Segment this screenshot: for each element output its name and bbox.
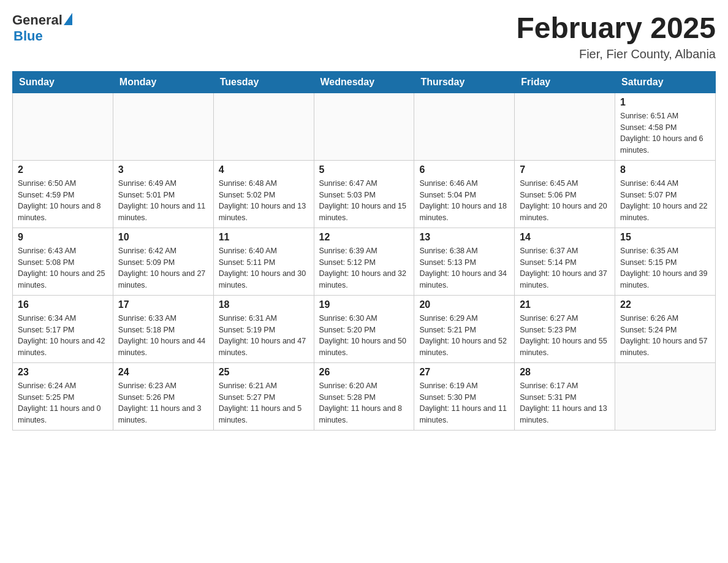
logo: General Blue — [12, 12, 72, 44]
calendar-day-cell: 11Sunrise: 6:40 AM Sunset: 5:11 PM Dayli… — [213, 228, 314, 295]
calendar-day-cell: 10Sunrise: 6:42 AM Sunset: 5:09 PM Dayli… — [113, 228, 213, 295]
day-info: Sunrise: 6:31 AM Sunset: 5:19 PM Dayligh… — [219, 313, 309, 359]
day-number: 10 — [118, 232, 208, 243]
day-of-week-header: Friday — [515, 71, 615, 93]
day-of-week-header: Monday — [113, 71, 213, 93]
day-info: Sunrise: 6:48 AM Sunset: 5:02 PM Dayligh… — [219, 178, 309, 224]
day-number: 5 — [319, 164, 409, 175]
day-number: 18 — [219, 299, 309, 310]
calendar-week-row: 1Sunrise: 6:51 AM Sunset: 4:58 PM Daylig… — [13, 93, 716, 160]
day-info: Sunrise: 6:19 AM Sunset: 5:30 PM Dayligh… — [419, 380, 509, 426]
title-section: February 2025 Fier, Fier County, Albania — [516, 12, 716, 61]
calendar-day-cell: 12Sunrise: 6:39 AM Sunset: 5:12 PM Dayli… — [314, 228, 414, 295]
day-info: Sunrise: 6:26 AM Sunset: 5:24 PM Dayligh… — [620, 313, 710, 359]
day-info: Sunrise: 6:42 AM Sunset: 5:09 PM Dayligh… — [118, 245, 208, 291]
logo-blue-text: Blue — [13, 28, 43, 44]
day-of-week-header: Tuesday — [213, 71, 314, 93]
day-info: Sunrise: 6:30 AM Sunset: 5:20 PM Dayligh… — [319, 313, 409, 359]
calendar-day-cell: 14Sunrise: 6:37 AM Sunset: 5:14 PM Dayli… — [515, 228, 615, 295]
calendar-day-cell: 24Sunrise: 6:23 AM Sunset: 5:26 PM Dayli… — [113, 362, 213, 430]
day-number: 7 — [520, 164, 610, 175]
calendar-day-cell: 1Sunrise: 6:51 AM Sunset: 4:58 PM Daylig… — [615, 93, 716, 160]
day-info: Sunrise: 6:29 AM Sunset: 5:21 PM Dayligh… — [419, 313, 509, 359]
day-number: 11 — [219, 232, 309, 243]
calendar-week-row: 23Sunrise: 6:24 AM Sunset: 5:25 PM Dayli… — [13, 362, 716, 430]
day-number: 28 — [520, 367, 610, 378]
day-info: Sunrise: 6:21 AM Sunset: 5:27 PM Dayligh… — [219, 380, 309, 426]
calendar-week-row: 16Sunrise: 6:34 AM Sunset: 5:17 PM Dayli… — [13, 295, 716, 362]
calendar-day-cell — [314, 93, 414, 160]
calendar-day-cell — [414, 93, 515, 160]
day-number: 1 — [620, 97, 710, 108]
day-info: Sunrise: 6:40 AM Sunset: 5:11 PM Dayligh… — [219, 245, 309, 291]
day-info: Sunrise: 6:37 AM Sunset: 5:14 PM Dayligh… — [520, 245, 610, 291]
day-number: 8 — [620, 164, 710, 175]
calendar-day-cell: 28Sunrise: 6:17 AM Sunset: 5:31 PM Dayli… — [515, 362, 615, 430]
calendar-day-cell: 16Sunrise: 6:34 AM Sunset: 5:17 PM Dayli… — [13, 295, 113, 362]
calendar-day-cell: 17Sunrise: 6:33 AM Sunset: 5:18 PM Dayli… — [113, 295, 213, 362]
day-info: Sunrise: 6:23 AM Sunset: 5:26 PM Dayligh… — [118, 380, 208, 426]
calendar-day-cell: 23Sunrise: 6:24 AM Sunset: 5:25 PM Dayli… — [13, 362, 113, 430]
calendar-day-cell: 18Sunrise: 6:31 AM Sunset: 5:19 PM Dayli… — [213, 295, 314, 362]
day-number: 19 — [319, 299, 409, 310]
calendar-day-cell: 22Sunrise: 6:26 AM Sunset: 5:24 PM Dayli… — [615, 295, 716, 362]
day-info: Sunrise: 6:17 AM Sunset: 5:31 PM Dayligh… — [520, 380, 610, 426]
calendar-day-cell: 26Sunrise: 6:20 AM Sunset: 5:28 PM Dayli… — [314, 362, 414, 430]
calendar-week-row: 2Sunrise: 6:50 AM Sunset: 4:59 PM Daylig… — [13, 160, 716, 228]
day-info: Sunrise: 6:51 AM Sunset: 4:58 PM Dayligh… — [620, 110, 710, 156]
logo-general-text: General — [12, 12, 63, 28]
day-number: 13 — [419, 232, 509, 243]
day-info: Sunrise: 6:47 AM Sunset: 5:03 PM Dayligh… — [319, 178, 409, 224]
calendar-day-cell: 21Sunrise: 6:27 AM Sunset: 5:23 PM Dayli… — [515, 295, 615, 362]
calendar-day-cell: 5Sunrise: 6:47 AM Sunset: 5:03 PM Daylig… — [314, 160, 414, 228]
calendar-week-row: 9Sunrise: 6:43 AM Sunset: 5:08 PM Daylig… — [13, 228, 716, 295]
day-info: Sunrise: 6:39 AM Sunset: 5:12 PM Dayligh… — [319, 245, 409, 291]
day-info: Sunrise: 6:35 AM Sunset: 5:15 PM Dayligh… — [620, 245, 710, 291]
month-title: February 2025 — [516, 12, 716, 45]
day-number: 23 — [18, 367, 108, 378]
calendar-day-cell — [615, 362, 716, 430]
calendar-day-cell — [515, 93, 615, 160]
calendar-day-cell: 25Sunrise: 6:21 AM Sunset: 5:27 PM Dayli… — [213, 362, 314, 430]
calendar-day-cell — [213, 93, 314, 160]
day-info: Sunrise: 6:45 AM Sunset: 5:06 PM Dayligh… — [520, 178, 610, 224]
calendar-day-cell: 3Sunrise: 6:49 AM Sunset: 5:01 PM Daylig… — [113, 160, 213, 228]
day-number: 20 — [419, 299, 509, 310]
day-number: 26 — [319, 367, 409, 378]
calendar-day-cell — [13, 93, 113, 160]
calendar-day-cell: 20Sunrise: 6:29 AM Sunset: 5:21 PM Dayli… — [414, 295, 515, 362]
day-info: Sunrise: 6:33 AM Sunset: 5:18 PM Dayligh… — [118, 313, 208, 359]
day-number: 21 — [520, 299, 610, 310]
day-info: Sunrise: 6:50 AM Sunset: 4:59 PM Dayligh… — [18, 178, 108, 224]
day-info: Sunrise: 6:38 AM Sunset: 5:13 PM Dayligh… — [419, 245, 509, 291]
day-number: 24 — [118, 367, 208, 378]
day-number: 6 — [419, 164, 509, 175]
calendar-table: SundayMondayTuesdayWednesdayThursdayFrid… — [12, 71, 716, 431]
calendar-day-cell: 27Sunrise: 6:19 AM Sunset: 5:30 PM Dayli… — [414, 362, 515, 430]
day-of-week-header: Wednesday — [314, 71, 414, 93]
day-info: Sunrise: 6:44 AM Sunset: 5:07 PM Dayligh… — [620, 178, 710, 224]
page-header: General Blue February 2025 Fier, Fier Co… — [12, 12, 716, 61]
calendar-day-cell: 19Sunrise: 6:30 AM Sunset: 5:20 PM Dayli… — [314, 295, 414, 362]
day-number: 4 — [219, 164, 309, 175]
calendar-day-cell: 7Sunrise: 6:45 AM Sunset: 5:06 PM Daylig… — [515, 160, 615, 228]
calendar-day-cell: 6Sunrise: 6:46 AM Sunset: 5:04 PM Daylig… — [414, 160, 515, 228]
calendar-day-cell: 9Sunrise: 6:43 AM Sunset: 5:08 PM Daylig… — [13, 228, 113, 295]
calendar-day-cell: 13Sunrise: 6:38 AM Sunset: 5:13 PM Dayli… — [414, 228, 515, 295]
day-number: 9 — [18, 232, 108, 243]
logo-triangle-icon — [64, 13, 72, 25]
day-number: 17 — [118, 299, 208, 310]
day-of-week-header: Sunday — [13, 71, 113, 93]
calendar-header-row: SundayMondayTuesdayWednesdayThursdayFrid… — [13, 71, 716, 93]
calendar-day-cell: 2Sunrise: 6:50 AM Sunset: 4:59 PM Daylig… — [13, 160, 113, 228]
calendar-day-cell — [113, 93, 213, 160]
day-info: Sunrise: 6:49 AM Sunset: 5:01 PM Dayligh… — [118, 178, 208, 224]
day-of-week-header: Saturday — [615, 71, 716, 93]
calendar-day-cell: 15Sunrise: 6:35 AM Sunset: 5:15 PM Dayli… — [615, 228, 716, 295]
day-number: 16 — [18, 299, 108, 310]
day-info: Sunrise: 6:34 AM Sunset: 5:17 PM Dayligh… — [18, 313, 108, 359]
day-number: 15 — [620, 232, 710, 243]
location-title: Fier, Fier County, Albania — [516, 47, 716, 61]
day-of-week-header: Thursday — [414, 71, 515, 93]
day-info: Sunrise: 6:46 AM Sunset: 5:04 PM Dayligh… — [419, 178, 509, 224]
